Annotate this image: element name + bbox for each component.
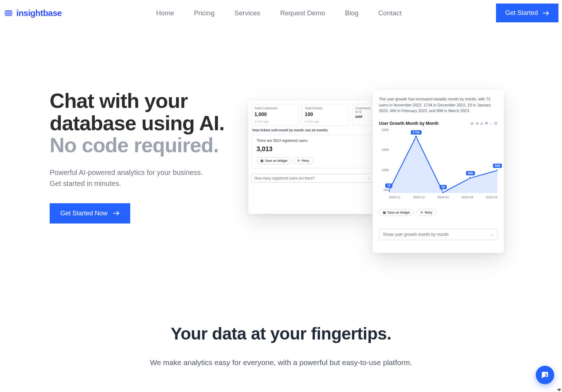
brand-logo[interactable]: insightbase [4, 8, 62, 18]
arrow-right-icon [543, 11, 549, 16]
data-label: 23 [440, 185, 447, 189]
retry-icon: ↻ [297, 159, 300, 162]
arrow-right-icon [113, 211, 120, 216]
nav-contact[interactable]: Contact [378, 9, 401, 17]
widget-icon: ▦ [383, 211, 386, 214]
zoom-icon[interactable]: ⌕ [481, 121, 483, 125]
hero-subtitle: Powerful AI-powered analytics for your b… [50, 167, 234, 189]
data-label: 466 [466, 171, 475, 175]
hero-heading: Chat with your database using AI. No cod… [50, 90, 234, 156]
mockup-area: Total Customers 1,000 ◷ 2mo ago Total Ev… [248, 90, 512, 253]
save-as-widget-button[interactable]: ▦ Save as Widget [257, 157, 291, 164]
nav-request-demo[interactable]: Request Demo [280, 9, 325, 17]
nav-home[interactable]: Home [156, 9, 174, 17]
brand-name: insightbase [16, 8, 62, 18]
section-heading: Your data at your fingertips. [14, 324, 548, 343]
search-icon: ⌕ [491, 232, 494, 237]
chart-title: User Growth Month by Month [379, 121, 439, 126]
retry-button[interactable]: ↻ Retry [293, 157, 313, 164]
menu-icon[interactable]: ☰ [494, 121, 497, 125]
save-as-widget-button[interactable]: ▦ Save as Widget [379, 209, 414, 216]
nav-services[interactable]: Services [235, 9, 260, 17]
get-started-button[interactable]: Get Started [496, 4, 558, 22]
tool-icon[interactable]: ⊖ [476, 121, 479, 125]
mockup-chart-panel: The user growth has increased steadily m… [373, 90, 504, 253]
answer-card: There are 3013 registered users. 3,013 ▦… [251, 135, 373, 168]
chart-description: The user growth has increased steadily m… [379, 96, 497, 114]
svg-point-3 [469, 177, 472, 179]
widget-icon: ▦ [260, 159, 264, 162]
search-icon: ⌕ [368, 176, 370, 180]
data-label: 698 [493, 164, 502, 168]
home-icon[interactable]: ⌂ [490, 121, 492, 125]
logo-icon [4, 8, 13, 18]
get-started-now-button[interactable]: Get Started Now [50, 203, 130, 223]
chart-toolbar: ◎ ⊖ ⌕ ✥ ⌂ ☰ [470, 121, 497, 125]
prompt-input[interactable]: Show user growth month by month ⌕ [379, 229, 497, 240]
prompt-input[interactable]: How many registered users are there? ⌕ [251, 174, 373, 183]
mockup-dashboard-panel: Total Customers 1,000 ◷ 2mo ago Total Ev… [248, 100, 376, 214]
data-label: 1734 [411, 131, 421, 135]
nav-pricing[interactable]: Pricing [194, 9, 215, 17]
svg-point-0 [389, 189, 390, 192]
tool-icon[interactable]: ◎ [470, 121, 474, 125]
stat-card-customers: Total Customers 1,000 ◷ 2mo ago [251, 104, 299, 126]
data-label: 72 [385, 183, 392, 188]
chat-icon [540, 370, 550, 380]
user-growth-chart: 200015001000500 2022-112022-122023-01202… [379, 128, 497, 199]
nav-blog[interactable]: Blog [345, 9, 358, 17]
stat-card-customers-vs: Customers vs S 2408 [352, 104, 373, 126]
chat-fab[interactable] [536, 366, 554, 381]
retry-icon: ↻ [420, 211, 423, 214]
stat-card-events: Total Events 100 ◷ 2mo ago [302, 104, 349, 126]
svg-point-4 [496, 169, 497, 171]
retry-button[interactable]: ↻ Retry [417, 209, 436, 216]
mini-chart-title: Total tickets sold month by month, last … [252, 128, 373, 132]
hero-line-2: No code required. [50, 134, 234, 156]
hero-line-1: Chat with your database using AI. [50, 90, 234, 134]
svg-point-1 [415, 135, 417, 138]
main-nav: Home Pricing Services Request Demo Blog … [156, 9, 402, 17]
hero-btn-label: Get Started Now [60, 210, 108, 217]
svg-point-2 [442, 191, 444, 193]
cta-label: Get Started [505, 9, 538, 17]
tool-icon[interactable]: ✥ [485, 121, 488, 125]
section-subtitle: We make analytics easy for everyone, wit… [14, 358, 548, 367]
